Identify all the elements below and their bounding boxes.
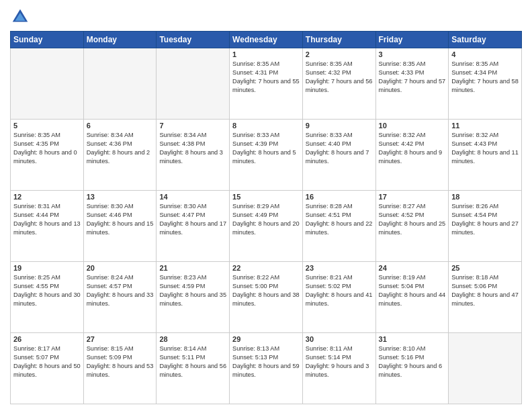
calendar-cell: 4Sunrise: 8:35 AMSunset: 4:34 PMDaylight…	[449, 48, 522, 120]
day-info: Sunrise: 8:14 AMSunset: 5:11 PMDaylight:…	[159, 345, 226, 379]
calendar-cell: 6Sunrise: 8:34 AMSunset: 4:36 PMDaylight…	[83, 120, 157, 191]
day-info: Sunrise: 8:30 AMSunset: 4:47 PMDaylight:…	[159, 202, 226, 237]
weekday-header-friday: Friday	[375, 32, 449, 48]
calendar-cell: 28Sunrise: 8:14 AMSunset: 5:11 PMDayligh…	[157, 333, 230, 404]
calendar-week-1: 5Sunrise: 8:35 AMSunset: 4:35 PMDaylight…	[11, 120, 522, 191]
calendar-cell: 21Sunrise: 8:23 AMSunset: 4:59 PMDayligh…	[157, 262, 230, 333]
day-number: 9	[306, 122, 373, 130]
day-info: Sunrise: 8:24 AMSunset: 4:57 PMDaylight:…	[87, 273, 154, 308]
calendar-cell: 12Sunrise: 8:31 AMSunset: 4:44 PMDayligh…	[11, 191, 84, 262]
day-number: 25	[451, 264, 519, 272]
day-info: Sunrise: 8:19 AMSunset: 5:04 PMDaylight:…	[379, 273, 446, 308]
weekday-header-monday: Monday	[83, 32, 157, 48]
day-number: 5	[13, 122, 81, 130]
calendar-cell: 8Sunrise: 8:33 AMSunset: 4:39 PMDaylight…	[230, 120, 303, 191]
day-number: 6	[87, 122, 154, 130]
day-info: Sunrise: 8:35 AMSunset: 4:35 PMDaylight:…	[13, 131, 81, 166]
day-info: Sunrise: 8:28 AMSunset: 4:51 PMDaylight:…	[306, 202, 373, 237]
day-info: Sunrise: 8:11 AMSunset: 5:14 PMDaylight:…	[306, 345, 373, 379]
page: SundayMondayTuesdayWednesdayThursdayFrid…	[0, 0, 532, 411]
calendar-cell	[83, 48, 157, 120]
weekday-header-wednesday: Wednesday	[230, 32, 303, 48]
day-info: Sunrise: 8:27 AMSunset: 4:52 PMDaylight:…	[379, 202, 446, 237]
day-number: 29	[232, 335, 300, 343]
calendar-cell: 9Sunrise: 8:33 AMSunset: 4:40 PMDaylight…	[302, 120, 375, 191]
calendar-week-2: 12Sunrise: 8:31 AMSunset: 4:44 PMDayligh…	[11, 191, 522, 262]
day-number: 27	[87, 335, 154, 343]
day-number: 15	[232, 193, 300, 201]
day-info: Sunrise: 8:10 AMSunset: 5:16 PMDaylight:…	[379, 345, 446, 379]
day-number: 17	[379, 193, 446, 201]
calendar-header: SundayMondayTuesdayWednesdayThursdayFrid…	[11, 32, 522, 48]
day-info: Sunrise: 8:13 AMSunset: 5:13 PMDaylight:…	[232, 345, 300, 379]
day-number: 4	[451, 50, 519, 58]
calendar-cell: 31Sunrise: 8:10 AMSunset: 5:16 PMDayligh…	[375, 333, 449, 404]
day-number: 21	[159, 264, 226, 272]
calendar-week-0: 1Sunrise: 8:35 AMSunset: 4:31 PMDaylight…	[11, 48, 522, 120]
logo	[10, 7, 33, 27]
calendar-cell: 10Sunrise: 8:32 AMSunset: 4:42 PMDayligh…	[375, 120, 449, 191]
day-info: Sunrise: 8:15 AMSunset: 5:09 PMDaylight:…	[87, 345, 154, 379]
weekday-header-tuesday: Tuesday	[157, 32, 230, 48]
day-number: 12	[13, 193, 81, 201]
day-number: 10	[379, 122, 446, 130]
day-info: Sunrise: 8:32 AMSunset: 4:42 PMDaylight:…	[379, 131, 446, 166]
calendar-week-4: 26Sunrise: 8:17 AMSunset: 5:07 PMDayligh…	[11, 333, 522, 404]
calendar-cell: 23Sunrise: 8:21 AMSunset: 5:02 PMDayligh…	[302, 262, 375, 333]
day-info: Sunrise: 8:35 AMSunset: 4:32 PMDaylight:…	[306, 60, 373, 95]
calendar-cell: 5Sunrise: 8:35 AMSunset: 4:35 PMDaylight…	[11, 120, 84, 191]
day-info: Sunrise: 8:25 AMSunset: 4:55 PMDaylight:…	[13, 273, 81, 308]
day-info: Sunrise: 8:31 AMSunset: 4:44 PMDaylight:…	[13, 202, 81, 237]
day-info: Sunrise: 8:21 AMSunset: 5:02 PMDaylight:…	[306, 273, 373, 308]
calendar-cell: 25Sunrise: 8:18 AMSunset: 5:06 PMDayligh…	[449, 262, 522, 333]
calendar-cell: 1Sunrise: 8:35 AMSunset: 4:31 PMDaylight…	[230, 48, 303, 120]
calendar-cell: 18Sunrise: 8:26 AMSunset: 4:54 PMDayligh…	[449, 191, 522, 262]
day-number: 13	[87, 193, 154, 201]
header	[10, 7, 522, 27]
day-number: 7	[159, 122, 226, 130]
day-number: 26	[13, 335, 81, 343]
calendar-cell: 11Sunrise: 8:32 AMSunset: 4:43 PMDayligh…	[449, 120, 522, 191]
day-number: 8	[232, 122, 300, 130]
weekday-header-saturday: Saturday	[449, 32, 522, 48]
day-info: Sunrise: 8:29 AMSunset: 4:49 PMDaylight:…	[232, 202, 300, 237]
day-info: Sunrise: 8:35 AMSunset: 4:31 PMDaylight:…	[232, 60, 300, 95]
calendar-cell: 14Sunrise: 8:30 AMSunset: 4:47 PMDayligh…	[157, 191, 230, 262]
day-number: 16	[306, 193, 373, 201]
weekday-header-sunday: Sunday	[11, 32, 84, 48]
calendar-cell: 29Sunrise: 8:13 AMSunset: 5:13 PMDayligh…	[230, 333, 303, 404]
calendar-cell: 20Sunrise: 8:24 AMSunset: 4:57 PMDayligh…	[83, 262, 157, 333]
day-info: Sunrise: 8:18 AMSunset: 5:06 PMDaylight:…	[451, 273, 519, 308]
day-info: Sunrise: 8:35 AMSunset: 4:34 PMDaylight:…	[451, 60, 519, 95]
day-number: 20	[87, 264, 154, 272]
day-info: Sunrise: 8:35 AMSunset: 4:33 PMDaylight:…	[379, 60, 446, 95]
calendar-cell: 7Sunrise: 8:34 AMSunset: 4:38 PMDaylight…	[157, 120, 230, 191]
calendar-cell: 19Sunrise: 8:25 AMSunset: 4:55 PMDayligh…	[11, 262, 84, 333]
day-info: Sunrise: 8:26 AMSunset: 4:54 PMDaylight:…	[451, 202, 519, 237]
calendar-cell: 24Sunrise: 8:19 AMSunset: 5:04 PMDayligh…	[375, 262, 449, 333]
day-number: 24	[379, 264, 446, 272]
day-number: 11	[451, 122, 519, 130]
calendar-cell: 17Sunrise: 8:27 AMSunset: 4:52 PMDayligh…	[375, 191, 449, 262]
day-number: 22	[232, 264, 300, 272]
day-info: Sunrise: 8:33 AMSunset: 4:39 PMDaylight:…	[232, 131, 300, 166]
day-number: 3	[379, 50, 446, 58]
calendar-cell: 30Sunrise: 8:11 AMSunset: 5:14 PMDayligh…	[302, 333, 375, 404]
calendar-cell	[449, 333, 522, 404]
day-number: 30	[306, 335, 373, 343]
weekday-header-thursday: Thursday	[302, 32, 375, 48]
day-info: Sunrise: 8:22 AMSunset: 5:00 PMDaylight:…	[232, 273, 300, 308]
calendar-cell: 13Sunrise: 8:30 AMSunset: 4:46 PMDayligh…	[83, 191, 157, 262]
day-info: Sunrise: 8:23 AMSunset: 4:59 PMDaylight:…	[159, 273, 226, 308]
calendar-cell: 2Sunrise: 8:35 AMSunset: 4:32 PMDaylight…	[302, 48, 375, 120]
day-number: 14	[159, 193, 226, 201]
day-number: 2	[306, 50, 373, 58]
day-info: Sunrise: 8:32 AMSunset: 4:43 PMDaylight:…	[451, 131, 519, 166]
calendar-week-3: 19Sunrise: 8:25 AMSunset: 4:55 PMDayligh…	[11, 262, 522, 333]
day-number: 18	[451, 193, 519, 201]
calendar-cell	[157, 48, 230, 120]
day-number: 28	[159, 335, 226, 343]
day-info: Sunrise: 8:30 AMSunset: 4:46 PMDaylight:…	[87, 202, 154, 237]
calendar-cell: 27Sunrise: 8:15 AMSunset: 5:09 PMDayligh…	[83, 333, 157, 404]
calendar-cell: 22Sunrise: 8:22 AMSunset: 5:00 PMDayligh…	[230, 262, 303, 333]
